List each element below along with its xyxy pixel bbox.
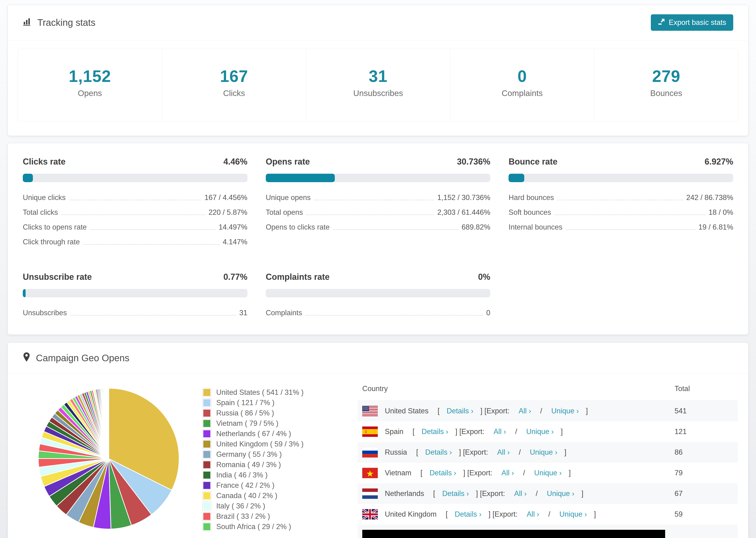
text-fragment: [ — [418, 469, 422, 477]
legend-swatch — [203, 399, 211, 407]
summary-stat-bounces: 279Bounces — [594, 49, 738, 121]
legend-label: Vietnam ( 79 / 5% ) — [216, 419, 279, 427]
legend-label: Canada ( 40 / 2% ) — [216, 492, 277, 500]
text-fragment: ] — [594, 510, 596, 518]
rate-row-value: 2,303 / 61.446% — [437, 208, 490, 217]
legend-item-russia: Russia ( 86 / 5% ) — [203, 409, 357, 417]
country-total: 79 — [670, 463, 738, 483]
geo-header: Campaign Geo Opens — [8, 343, 748, 374]
export-unique-link[interactable]: Unique › — [551, 407, 579, 415]
rate-block-bounce-rate: Bounce rate6.927%Hard bounces242 / 86.73… — [509, 157, 733, 246]
export-all-link[interactable]: All › — [502, 469, 514, 477]
dotted-leader — [314, 200, 434, 200]
country-cell-wrap: Russia [Details ›] [Export: All › / Uniq… — [357, 442, 670, 463]
country-name: United Kingdom — [385, 510, 437, 518]
flag-ru-icon — [362, 447, 378, 457]
export-unique-link[interactable]: Unique › — [534, 469, 562, 477]
rate-heading: Bounce rate6.927% — [509, 157, 733, 167]
legend-swatch — [203, 388, 211, 397]
rate-row-value: 167 / 4.456% — [204, 193, 247, 202]
rate-title: Bounce rate — [509, 157, 557, 167]
details-link[interactable]: Details › — [447, 407, 473, 415]
rate-row: Unique clicks167 / 4.456% — [23, 193, 247, 202]
rate-row: Click through rate4.147% — [23, 238, 247, 246]
rate-value: 0.77% — [224, 272, 247, 282]
export-all-link[interactable]: All › — [514, 489, 527, 498]
legend-swatch — [203, 502, 211, 510]
country-total: 59 — [670, 504, 738, 525]
page-title: Tracking stats — [37, 17, 95, 28]
tracking-stats-header: Tracking stats Export basic stats — [8, 5, 748, 40]
text-fragment: / — [521, 469, 527, 477]
details-link[interactable]: Details › — [422, 427, 449, 436]
text-fragment: ] [Export: — [480, 407, 512, 415]
rate-row-value: 14.497% — [219, 223, 247, 232]
geo-table-row-nl: Netherlands [Details ›] [Export: All › /… — [357, 483, 738, 504]
text-fragment: / — [517, 448, 523, 457]
rate-row-label: Unique opens — [266, 193, 311, 202]
country-cell: Russia [Details ›] [Export: All › / Uniq… — [362, 447, 665, 457]
export-basic-stats-button[interactable]: Export basic stats — [651, 14, 733, 31]
dotted-leader — [554, 215, 705, 215]
rate-heading: Clicks rate4.46% — [23, 157, 247, 167]
details-link[interactable]: Details › — [425, 448, 452, 457]
legend-item-canada: Canada ( 40 / 2% ) — [203, 492, 357, 500]
country-total: 541 — [670, 401, 738, 422]
export-unique-link[interactable]: Unique › — [526, 427, 554, 436]
rate-row-label: Total opens — [266, 208, 303, 217]
export-all-link[interactable]: All › — [497, 448, 510, 457]
export-unique-link[interactable]: Unique › — [559, 510, 587, 518]
rate-rows: Complaints0 — [266, 309, 490, 317]
text-fragment: ] — [565, 448, 567, 457]
rate-row: Hard bounces242 / 86.738% — [509, 193, 733, 202]
text-fragment: ] [Export: — [476, 489, 507, 498]
export-unique-link[interactable]: Unique › — [530, 448, 557, 457]
dotted-leader — [305, 315, 483, 315]
flag-gb-icon — [362, 509, 378, 519]
text-fragment: [ — [436, 407, 440, 415]
legend-swatch — [203, 481, 211, 490]
rate-row-label: Total clicks — [23, 208, 58, 217]
rate-progress-track — [509, 174, 733, 182]
legend-item-vietnam: Vietnam ( 79 / 5% ) — [203, 419, 357, 428]
legend-swatch — [203, 440, 211, 448]
rate-row: Internal bounces19 / 6.81% — [509, 223, 733, 232]
country-cell-wrap: Netherlands [Details ›] [Export: All › /… — [357, 483, 670, 504]
rate-value: 0% — [478, 272, 490, 282]
summary-stat-clicks: 167Clicks — [162, 49, 306, 121]
dotted-leader — [90, 229, 215, 230]
details-link[interactable]: Details › — [442, 489, 469, 498]
details-link[interactable]: Details › — [455, 510, 482, 518]
text-fragment: / — [546, 510, 553, 518]
rate-row-value: 0 — [486, 309, 490, 317]
rate-progress-track — [266, 289, 490, 297]
rate-progress-fill — [23, 174, 33, 182]
export-unique-link[interactable]: Unique › — [547, 489, 574, 498]
geo-title: Campaign Geo Opens — [36, 353, 129, 363]
text-fragment: [ — [410, 427, 414, 436]
legend-item-germany: Germany ( 55 / 3% ) — [203, 450, 357, 459]
text-fragment: / — [538, 407, 544, 415]
legend-label: Germany ( 55 / 3% ) — [216, 451, 282, 458]
rate-row-value: 31 — [239, 309, 247, 317]
legend-label: South Africa ( 29 / 2% ) — [216, 523, 291, 531]
rate-block-clicks-rate: Clicks rate4.46%Unique clicks167 / 4.456… — [23, 157, 247, 246]
geo-table-row-es: Spain [Details ›] [Export: All › / Uniqu… — [357, 421, 738, 442]
rate-row-value: 220 / 5.87% — [208, 208, 247, 217]
rate-value: 6.927% — [705, 157, 733, 167]
legend-item-romania: Romania ( 49 / 3% ) — [203, 460, 357, 469]
details-link[interactable]: Details › — [429, 469, 456, 477]
legend-label: Romania ( 49 / 3% ) — [216, 461, 281, 469]
geo-legend: United States ( 541 / 31% )Spain ( 121 /… — [203, 377, 357, 533]
export-all-link[interactable]: All › — [519, 407, 531, 415]
legend-swatch — [203, 512, 211, 521]
rate-row-value: 1,152 / 30.736% — [437, 193, 490, 202]
rate-row-value: 242 / 86.738% — [686, 193, 733, 202]
legend-label: France ( 42 / 2% ) — [216, 481, 274, 489]
export-all-link[interactable]: All › — [527, 510, 539, 518]
country-cell: United Kingdom [Details ›] [Export: All … — [362, 509, 665, 519]
summary-section: 1,152Opens167Clicks31Unsubscribes0Compla… — [8, 40, 748, 136]
text-fragment: ] — [581, 489, 583, 498]
rate-row-label: Soft bounces — [509, 208, 551, 217]
export-all-link[interactable]: All › — [494, 427, 506, 436]
